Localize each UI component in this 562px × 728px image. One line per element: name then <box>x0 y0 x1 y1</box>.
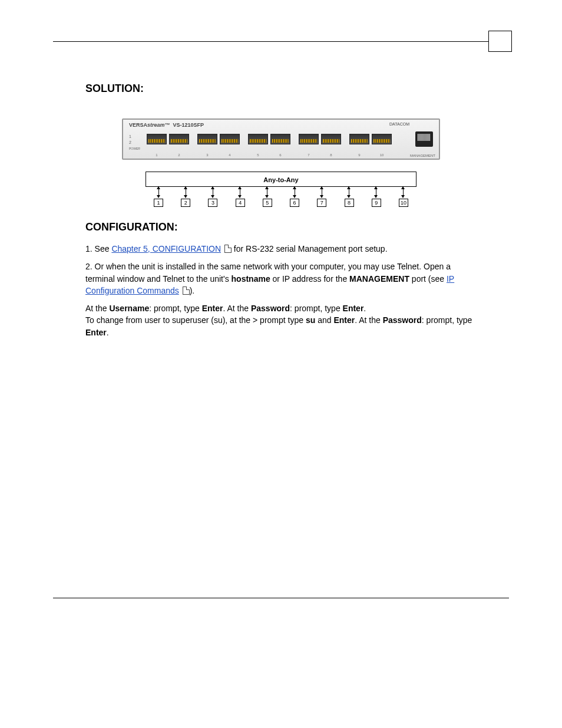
port-num: 7 <box>299 153 319 157</box>
device-model-label: VERSAstream™ VS-1210SFP <box>129 122 204 128</box>
top-rule-row <box>53 35 509 59</box>
brand-tm: ™ <box>165 122 170 128</box>
diagram-port: 2 <box>181 199 190 207</box>
port-num: 6 <box>270 153 290 157</box>
enter-bold: Enter <box>333 315 355 325</box>
text: ). <box>190 286 195 295</box>
sfp-port <box>147 134 167 144</box>
port-num: 4 <box>220 153 240 157</box>
login-paragraph: At the Username: prompt, type Enter. At … <box>85 302 477 338</box>
brand-italic: stream <box>147 122 165 128</box>
bottom-rule <box>53 598 509 598</box>
su-bold: su <box>306 315 315 325</box>
datacom-logo: DATACOM <box>389 122 409 126</box>
diagram-port: 3 <box>208 199 217 207</box>
sfp-port <box>349 134 369 144</box>
any-to-any-box: Any-to-Any <box>146 172 416 187</box>
port-num: 3 <box>197 153 217 157</box>
power-leds: 1 2 POWER <box>129 134 140 151</box>
password-bold: Password <box>251 304 290 313</box>
management-label: MANAGEMENT <box>410 154 435 157</box>
management-bold: MANAGEMENT <box>349 274 409 284</box>
sfp-row <box>147 134 404 144</box>
port-numbers-row: 12 34 56 78 910 <box>147 153 404 157</box>
sfp-port <box>270 134 290 144</box>
port-num: 9 <box>349 153 369 157</box>
sfp-port <box>321 134 341 144</box>
device-figure: VERSAstream™ VS-1210SFP DATACOM 1 2 POWE… <box>85 118 477 207</box>
led-2: 2 <box>129 140 140 146</box>
chapter-5-link[interactable]: Chapter 5, CONFIGURATION <box>111 244 221 253</box>
text: for RS-232 serial Management port setup. <box>232 244 388 253</box>
text: . <box>363 304 366 313</box>
diagram-port: 7 <box>317 199 326 207</box>
diagram-port: 9 <box>372 199 381 207</box>
enter-bold: Enter <box>202 304 223 313</box>
page-icon <box>183 286 190 295</box>
diagram-port: 10 <box>399 199 408 207</box>
management-port <box>415 131 433 147</box>
brand-prefix: VERSA <box>129 122 147 128</box>
sfp-port <box>248 134 268 144</box>
top-rule <box>53 41 509 42</box>
text: port (see <box>409 274 447 284</box>
port-num: 2 <box>169 153 189 157</box>
text: : prompt, type <box>290 304 342 313</box>
text: or IP address for the <box>270 274 349 284</box>
diagram-port: 4 <box>236 199 245 207</box>
diagram-port: 6 <box>290 199 299 207</box>
port-num: 8 <box>321 153 341 157</box>
any-to-any-diagram: Any-to-Any 1 2 3 4 5 6 7 8 9 10 <box>146 172 416 207</box>
port-num: 5 <box>248 153 268 157</box>
led-1: 1 <box>129 134 140 140</box>
port-num: 10 <box>372 153 392 157</box>
configuration-heading: CONFIGURATION: <box>85 221 477 233</box>
sfp-port <box>372 134 392 144</box>
enter-bold: Enter <box>85 328 107 337</box>
config-step-2: 2. Or when the unit is installed in the … <box>85 261 477 297</box>
text: . At the <box>223 304 250 313</box>
username-bold: Username <box>109 304 149 313</box>
sfp-port <box>220 134 240 144</box>
sfp-port <box>299 134 319 144</box>
diagram-port: 5 <box>263 199 272 207</box>
power-label: POWER <box>129 146 140 151</box>
page-number-box <box>488 31 512 52</box>
text: and <box>315 315 333 325</box>
device-model: VS-1210SFP <box>173 122 204 128</box>
solution-heading: SOLUTION: <box>85 83 477 95</box>
diagram-port: 8 <box>345 199 354 207</box>
device-front-panel: VERSAstream™ VS-1210SFP DATACOM 1 2 POWE… <box>122 118 440 160</box>
config-step-1: 1. See Chapter 5, CONFIGURATION for RS-2… <box>85 243 477 255</box>
password-bold: Password <box>383 315 422 325</box>
port-num: 1 <box>147 153 167 157</box>
hostname-bold: hostname <box>232 274 270 284</box>
enter-bold: Enter <box>343 304 364 313</box>
text: 1. See <box>85 244 111 253</box>
any-to-any-arrows: 1 2 3 4 5 6 7 8 9 10 <box>146 187 416 207</box>
page-icon <box>224 245 232 253</box>
text: . <box>107 328 109 337</box>
sfp-port <box>169 134 189 144</box>
text: To change from user to superuser (su), a… <box>85 315 306 325</box>
text: : prompt, type <box>149 304 201 313</box>
text: At the <box>85 304 109 313</box>
sfp-port <box>197 134 217 144</box>
diagram-port: 1 <box>154 199 163 207</box>
text: . At the <box>355 315 382 325</box>
text: : prompt, type <box>422 315 472 325</box>
